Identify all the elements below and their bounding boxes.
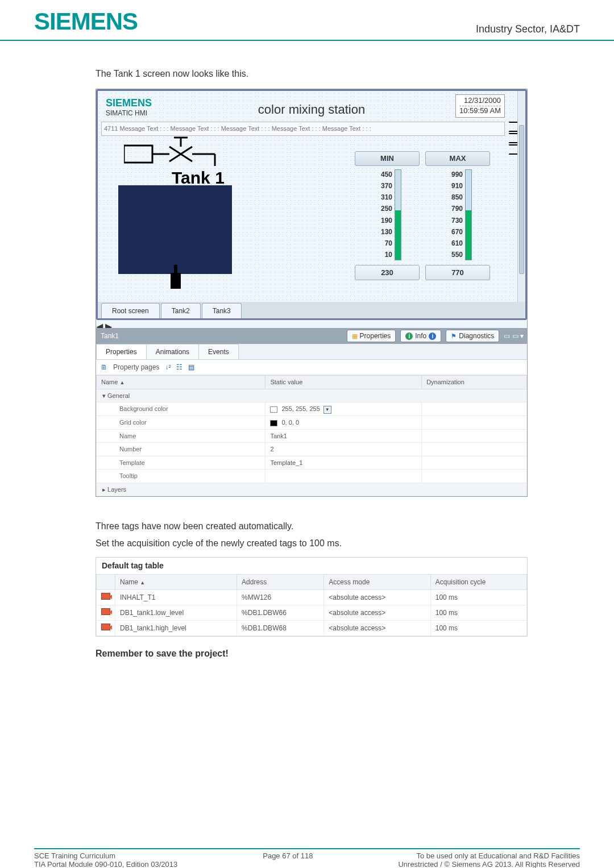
info-blue-icon: i [429, 333, 436, 340]
diagnostics-icon: ⚑ [451, 331, 457, 341]
hmi-screenshot-figure: SIEMENS SIMATIC HMI color mixing station… [96, 89, 528, 497]
hmi-tab-tank3[interactable]: Tank3 [202, 303, 242, 318]
table-row: Background color 255, 255, 255 ▼ [97, 402, 527, 416]
intro-text: The Tank 1 screen now looks like this. [96, 67, 534, 81]
sort-asc-icon: ▲ [140, 580, 145, 585]
object-name-label: Tank1 [101, 331, 119, 341]
table-row: Number 2 [97, 443, 527, 456]
hmi-preview: SIEMENS SIMATIC HMI color mixing station… [96, 89, 527, 320]
hmi-title: color mixing station [258, 100, 365, 119]
group-general[interactable]: ▾ General [97, 389, 527, 402]
table-row: Tooltip [97, 470, 527, 483]
footer-right-1: To be used only at Educational and R&D F… [398, 852, 580, 860]
col-name[interactable]: Name ▲ [97, 376, 265, 389]
page-header: SIEMENS Industry Sector, IA&DT [0, 0, 614, 41]
prop-name: Background color [97, 402, 265, 416]
properties-table: Name ▲ Static value Dynamization ▾ Gener… [96, 375, 527, 496]
col-static-value[interactable]: Static value [265, 376, 422, 389]
color-swatch-icon [270, 406, 277, 413]
tab-properties[interactable]: Properties [96, 344, 147, 359]
properties-icon: ▦ [352, 331, 358, 341]
diagnostics-button[interactable]: ⚑ Diagnostics [446, 330, 499, 342]
tag-table: Name ▲ Address Access mode Acquisition c… [96, 574, 527, 636]
col-dynamization[interactable]: Dynamization [422, 376, 527, 389]
info-green-icon: i [405, 333, 413, 340]
properties-button[interactable]: ▦ Properties [347, 330, 396, 342]
prop-value[interactable]: 2 [265, 443, 422, 456]
prop-value[interactable]: 255, 255, 255 ▼ [265, 402, 422, 416]
tag-icon [101, 624, 110, 630]
color-swatch-icon [270, 420, 277, 426]
properties-title-bar: Tank1 ▦ Properties i Info i ⚑ Diagnostic… [96, 328, 527, 344]
tank1-graphic [118, 185, 232, 274]
siemens-logo: SIEMENS [34, 8, 138, 35]
prop-value[interactable]: 0, 0, 0 [265, 416, 422, 430]
hmi-tab-tank2[interactable]: Tank2 [161, 303, 201, 318]
hmi-horizontal-scrollbar[interactable]: ◀ ▶ [96, 320, 527, 328]
properties-subtabs: Properties Animations Events [96, 344, 527, 360]
gauge-max-caption: MAX [425, 151, 490, 166]
sort-asc-icon: ▲ [119, 380, 125, 385]
prop-name: Grid color [97, 416, 265, 430]
gauge-min: MIN 450 370 310 250 190 130 70 10 230 [355, 151, 420, 280]
hmi-simatic-label: SIMATIC HMI [106, 108, 147, 118]
hmi-tab-root[interactable]: Root screen [101, 303, 160, 318]
prop-name: Number [97, 443, 265, 456]
prop-value[interactable]: Template_1 [265, 456, 422, 470]
header-subtitle: Industry Sector, IA&DT [476, 23, 580, 35]
col-acquisition-cycle[interactable]: Acquisition cycle [430, 575, 526, 590]
gauge-max-bar [465, 169, 472, 260]
hmi-vertical-scrollbar[interactable] [517, 91, 525, 308]
footer-right-2: Unrestricted / © Siemens AG 2013. All Ri… [398, 860, 580, 868]
thermometer-icon [171, 273, 181, 289]
gauge-min-bar [395, 169, 401, 260]
table-row: Name Tank1 [97, 429, 527, 443]
prop-name: Name [97, 429, 265, 443]
scroll-right-icon[interactable]: ▶ [105, 322, 112, 328]
hmi-datetime: 12/31/2000 10:59:59 AM [455, 94, 505, 118]
footer-page-number: Page 67 of 118 [263, 852, 313, 868]
col-access-mode[interactable]: Access mode [324, 575, 430, 590]
gauge-min-caption: MIN [355, 151, 420, 166]
document-body: The Tank 1 screen now looks like this. S… [0, 41, 614, 661]
tag-icon [101, 593, 110, 600]
tag-icon [101, 608, 110, 615]
set-cycle-text: Set the acquisition cycle of the newly c… [96, 537, 534, 550]
prop-value[interactable]: Tank1 [265, 429, 422, 443]
info-button[interactable]: i Info i [400, 330, 441, 342]
list-icon[interactable]: ☷ [176, 362, 182, 372]
property-pages-icon: 🗎 [101, 362, 107, 372]
tag-table-title: Default tag table [96, 558, 527, 574]
property-pages-toolbar: 🗎 Property pages ↓² ☷ ▤ [96, 360, 527, 375]
tab-events[interactable]: Events [198, 344, 239, 359]
col-address[interactable]: Address [237, 575, 324, 590]
tab-animations[interactable]: Animations [146, 344, 199, 359]
hmi-bottom-tabs: Root screen Tank2 Tank3 [98, 302, 525, 318]
remember-save-text: Remember to save the project! [96, 647, 534, 661]
valve-drawing [124, 134, 238, 168]
tag-table-box: Default tag table Name ▲ Address Access … [96, 557, 528, 637]
svg-rect-0 [124, 146, 152, 163]
table-row: Template Template_1 [97, 456, 527, 470]
property-pages-label: Property pages [113, 362, 159, 372]
pane-window-controls[interactable]: ▭ ▭ ▾ [504, 331, 524, 341]
gauge-min-value: 230 [355, 265, 420, 281]
table-row: Grid color 0, 0, 0 [97, 416, 527, 430]
group-layers[interactable]: ▸ Layers [97, 483, 527, 496]
scroll-left-icon[interactable]: ◀ [96, 322, 103, 328]
scrollbar-thumb[interactable] [519, 125, 524, 274]
prop-name: Tooltip [97, 470, 265, 483]
hmi-date: 12/31/2000 [459, 96, 501, 106]
dropdown-icon[interactable]: ▼ [323, 406, 331, 414]
table-row: INHALT_T1 %MW126 <absolute access> 100 m… [97, 590, 527, 605]
sort-icon[interactable]: ↓² [165, 362, 171, 372]
col-tag-name[interactable]: Name ▲ [115, 575, 237, 590]
table-row: DB1_tank1.low_level %DB1.DBW66 <absolute… [97, 605, 527, 621]
gauge-max: MAX 990 910 850 790 730 670 610 550 770 [425, 151, 490, 280]
three-tags-text: Three tags have now been created automat… [96, 520, 534, 533]
hmi-message-bar: 4711 Message Text : : : Message Text : :… [101, 122, 505, 136]
gauge-max-value: 770 [425, 265, 490, 281]
footer-left-2: TIA Portal Module 090-010, Edition 03/20… [34, 860, 177, 868]
grid-icon[interactable]: ▤ [188, 362, 194, 372]
prop-value[interactable] [265, 470, 422, 483]
